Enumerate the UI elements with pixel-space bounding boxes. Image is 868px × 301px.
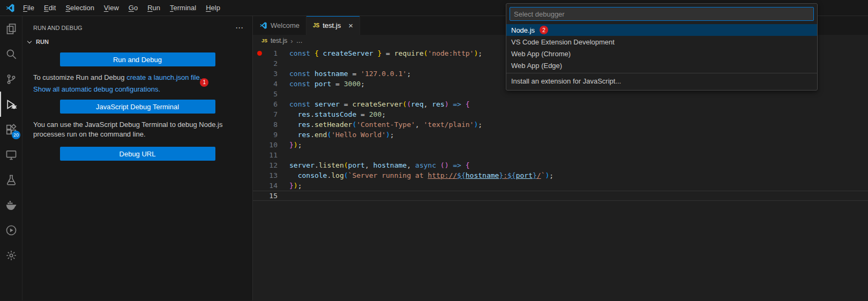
customize-paragraph: To customize Run and Debug create a laun…: [23, 73, 252, 82]
quick-pick-item-label: Node.js: [511, 26, 535, 34]
js-file-icon: JS: [261, 38, 267, 43]
code-line-9[interactable]: 9 res.end('Hello World');: [253, 130, 868, 140]
code-line-11[interactable]: 11: [253, 150, 868, 160]
activity-item-extensions[interactable]: 20: [0, 117, 22, 142]
breadcrumb-file[interactable]: test.js: [271, 37, 287, 44]
code-text: });: [289, 140, 302, 150]
more-actions-icon[interactable]: ⋯: [235, 23, 244, 33]
code-text: const port = 3000;: [289, 79, 365, 89]
code-line-13[interactable]: 13 console.log(`Server running at http:/…: [253, 170, 868, 180]
code-text: res.end('Hello World');: [289, 130, 394, 140]
quick-pick-item-web-app-chrome[interactable]: Web App (Chrome): [506, 48, 817, 59]
quick-pick-item-label: VS Code Extension Development: [511, 38, 615, 46]
code-line-15[interactable]: 15: [253, 191, 868, 201]
activity-item-explorer[interactable]: [0, 16, 22, 41]
glyph-margin[interactable]: [253, 160, 266, 170]
menu-item-terminal[interactable]: Terminal: [165, 0, 201, 16]
docker-icon: [5, 199, 17, 211]
quick-pick-item-web-app-edge[interactable]: Web App (Edge): [506, 59, 817, 71]
run-section-header[interactable]: RUN: [23, 36, 252, 47]
quick-pick-item-install-an-extension-for-javascript[interactable]: Install an extension for JavaScript...: [506, 75, 817, 87]
run-debug-sidebar: RUN AND DEBUG ⋯ RUN Run and Debug To cus…: [23, 16, 253, 300]
menu-item-file[interactable]: File: [18, 0, 39, 16]
quick-pick-list: Node.js2VS Code Extension DevelopmentWeb…: [506, 24, 817, 87]
sidebar-title: RUN AND DEBUG: [33, 25, 83, 31]
debug-url-button[interactable]: Debug URL: [60, 147, 215, 161]
tab-test-js[interactable]: JStest.js×: [306, 16, 360, 35]
breadcrumb-more[interactable]: …: [296, 37, 303, 44]
activity-item-run-debug[interactable]: [0, 92, 22, 117]
quick-pick: Node.js2VS Code Extension DevelopmentWeb…: [506, 3, 818, 91]
code-line-6[interactable]: 6const server = createServer((req, res) …: [253, 99, 868, 109]
quick-pick-item-label: Web App (Chrome): [511, 50, 571, 58]
glyph-margin[interactable]: [253, 109, 266, 119]
customize-text: To customize Run and Debug: [33, 73, 126, 81]
activity-item-testing[interactable]: [0, 167, 22, 192]
line-number: 3: [266, 69, 278, 79]
breakpoint-dot[interactable]: [253, 48, 266, 58]
glyph-margin[interactable]: [253, 130, 266, 140]
line-number: 10: [266, 140, 278, 150]
chevron-down-icon: [27, 39, 32, 43]
tab-welcome[interactable]: Welcome: [253, 16, 306, 35]
glyph-margin[interactable]: [253, 140, 266, 150]
breadcrumb-separator-icon: ›: [290, 37, 293, 45]
quick-pick-item-node-js[interactable]: Node.js2: [506, 24, 817, 36]
line-number: 13: [266, 170, 278, 180]
glyph-margin[interactable]: [253, 180, 266, 191]
code-line-8[interactable]: 8 res.setHeader('Content-Type', 'text/pl…: [253, 119, 868, 130]
glyph-margin[interactable]: [253, 89, 266, 99]
source-control-icon: [5, 73, 17, 85]
run-debug-icon: [5, 99, 17, 110]
line-number: 11: [266, 150, 278, 160]
glyph-margin[interactable]: [253, 69, 266, 79]
glyph-margin[interactable]: [253, 170, 266, 180]
code-line-10[interactable]: 10});: [253, 140, 868, 150]
menu-item-edit[interactable]: Edit: [39, 0, 61, 16]
activity-item-source-control[interactable]: [0, 66, 22, 92]
activity-item-play-circle[interactable]: [0, 217, 22, 243]
code-text: res.statusCode = 200;: [289, 109, 386, 119]
line-number: 14: [266, 180, 278, 191]
launch-json-link[interactable]: create a launch.json file.: [126, 73, 201, 81]
run-and-debug-button[interactable]: Run and Debug: [60, 52, 215, 66]
line-number: 2: [266, 58, 278, 69]
glyph-margin[interactable]: [253, 99, 266, 109]
js-debug-terminal-button[interactable]: JavaScript Debug Terminal: [60, 100, 215, 114]
glyph-margin[interactable]: [253, 150, 266, 160]
line-number: 12: [266, 160, 278, 170]
activity-item-search[interactable]: [0, 41, 22, 66]
quick-pick-input-wrap: [510, 7, 814, 21]
code-line-7[interactable]: 7 res.statusCode = 200;: [253, 109, 868, 119]
quick-pick-item-label: Web App (Edge): [511, 62, 562, 70]
quick-pick-separator: [506, 73, 817, 73]
run-section-label: RUN: [36, 39, 49, 45]
vscode-icon: [259, 21, 267, 29]
show-configs-paragraph: Show all automatic debug configurations.: [23, 85, 252, 94]
code-line-12[interactable]: 12server.listen(port, hostname, async ()…: [253, 160, 868, 170]
show-configs-link[interactable]: Show all automatic debug configurations.: [33, 85, 160, 93]
quick-pick-input[interactable]: [510, 10, 813, 18]
close-icon[interactable]: ×: [348, 21, 353, 29]
menu-item-run[interactable]: Run: [143, 0, 165, 16]
line-number: 1: [266, 48, 278, 58]
menu-item-view[interactable]: View: [99, 0, 124, 16]
glyph-margin[interactable]: [253, 119, 266, 130]
quick-pick-item-vs-code-extension-development[interactable]: VS Code Extension Development: [506, 36, 817, 48]
menu-item-selection[interactable]: Selection: [61, 0, 99, 16]
activity-item-docker[interactable]: [0, 192, 22, 217]
explorer-icon: [5, 23, 17, 35]
search-icon: [5, 48, 17, 60]
glyph-margin[interactable]: [253, 79, 266, 89]
line-number: 6: [266, 99, 278, 109]
code-text: console.log(`Server running at http://${…: [289, 170, 553, 180]
menu-item-help[interactable]: Help: [201, 0, 225, 16]
activity-item-remote-explorer[interactable]: [0, 142, 22, 167]
code-line-14[interactable]: 14});: [253, 180, 868, 191]
settings-gear-icon: [5, 250, 17, 261]
glyph-margin[interactable]: [253, 191, 266, 201]
activity-item-settings-gear[interactable]: [0, 243, 22, 268]
terminal-help-text: You can use the JavaScript Debug Termina…: [23, 120, 252, 139]
menu-item-go[interactable]: Go: [124, 0, 143, 16]
glyph-margin[interactable]: [253, 58, 266, 69]
